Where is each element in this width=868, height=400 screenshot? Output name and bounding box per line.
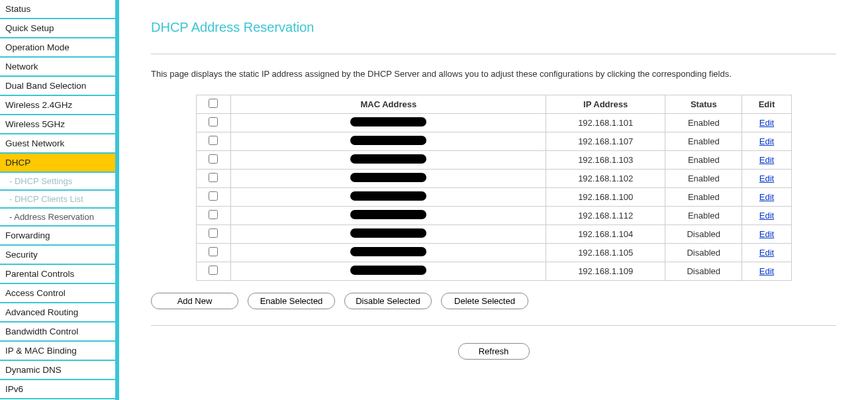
ip-cell: 192.168.1.102 [546,170,665,188]
table-row: 192.168.1.102EnabledEdit [196,170,791,188]
ip-cell: 192.168.1.109 [546,262,665,281]
sidebar-sub-item[interactable]: - DHCP Settings [0,173,115,191]
sidebar-item[interactable]: Security [0,246,115,265]
status-cell: Disabled [665,225,742,244]
table-row: 192.168.1.104DisabledEdit [196,225,791,244]
title-separator [151,54,836,54]
enable-selected-button[interactable]: Enable Selected [248,293,335,309]
status-cell: Enabled [665,114,742,132]
mac-redacted [350,210,426,219]
page-title: DHCP Address Reservation [151,20,836,35]
bottom-separator [151,325,836,326]
sidebar-item[interactable]: Operation Mode [0,38,115,58]
edit-link[interactable]: Edit [759,174,774,183]
table-row: 192.168.1.103EnabledEdit [196,151,791,170]
reservation-tbody: 192.168.1.101EnabledEdit192.168.1.107Ena… [196,114,791,281]
edit-link[interactable]: Edit [759,211,774,221]
mac-redacted [350,266,426,275]
row-checkbox[interactable] [209,191,218,201]
sidebar-item[interactable]: IP & MAC Binding [0,342,115,361]
edit-link[interactable]: Edit [759,248,774,258]
edit-link[interactable]: Edit [759,266,774,276]
row-checkbox[interactable] [209,173,218,182]
ip-header: IP Address [546,95,665,114]
ip-cell: 192.168.1.107 [546,132,665,151]
status-cell: Enabled [665,151,742,170]
mac-redacted [350,247,426,256]
ip-cell: 192.168.1.100 [546,188,665,207]
sidebar: StatusQuick SetupOperation ModeNetworkDu… [0,0,119,400]
sidebar-sub-item[interactable]: - Address Reservation [0,209,115,226]
main-content: DHCP Address Reservation This page displ… [119,0,868,400]
mac-redacted [350,191,426,201]
sidebar-item[interactable]: Access Control [0,284,115,303]
sidebar-sub-item[interactable]: - DHCP Clients List [0,191,115,209]
mac-redacted [350,117,426,126]
mac-header: MAC Address [231,95,546,114]
edit-link[interactable]: Edit [759,192,774,202]
edit-link[interactable]: Edit [759,136,774,146]
mac-redacted [350,173,426,182]
sidebar-item[interactable]: Bandwidth Control [0,323,115,342]
status-cell: Enabled [665,188,742,207]
table-row: 192.168.1.107EnabledEdit [196,132,791,151]
edit-header: Edit [742,95,791,114]
disable-selected-button[interactable]: Disable Selected [344,293,432,309]
sidebar-item[interactable]: Quick Setup [0,19,115,38]
edit-link[interactable]: Edit [759,118,774,128]
action-button-row: Add New Enable Selected Disable Selected… [151,293,836,309]
sidebar-item[interactable]: Wireless 5GHz [0,115,115,134]
sidebar-item[interactable]: Advanced Routing [0,303,115,323]
select-all-header[interactable] [196,95,231,114]
status-cell: Enabled [665,132,742,151]
sidebar-item[interactable]: IPv6 [0,380,115,399]
row-checkbox[interactable] [209,154,218,164]
ip-cell: 192.168.1.103 [546,151,665,170]
status-cell: Enabled [665,207,742,225]
row-checkbox[interactable] [209,117,218,126]
sidebar-item[interactable]: Dual Band Selection [0,77,115,96]
sidebar-item[interactable]: Wireless 2.4GHz [0,96,115,115]
sidebar-item[interactable]: Dynamic DNS [0,361,115,380]
sidebar-item[interactable]: Forwarding [0,226,115,246]
table-row: 192.168.1.100EnabledEdit [196,188,791,207]
mac-redacted [350,154,426,164]
row-checkbox[interactable] [209,136,218,145]
sidebar-item[interactable]: Network [0,58,115,77]
edit-link[interactable]: Edit [759,155,774,165]
table-row: 192.168.1.101EnabledEdit [196,114,791,132]
sidebar-item[interactable]: Guest Network [0,134,115,154]
row-checkbox[interactable] [209,247,218,256]
row-checkbox[interactable] [209,228,218,238]
mac-redacted [350,228,426,238]
ip-cell: 192.168.1.112 [546,207,665,225]
delete-selected-button[interactable]: Delete Selected [441,293,528,309]
status-header: Status [665,95,742,114]
edit-link[interactable]: Edit [759,229,774,239]
ip-cell: 192.168.1.104 [546,225,665,244]
status-cell: Disabled [665,244,742,262]
add-new-button[interactable]: Add New [151,293,238,309]
reservation-table: MAC Address IP Address Status Edit 192.1… [196,95,792,281]
mac-redacted [350,136,426,145]
table-row: 192.168.1.105DisabledEdit [196,244,791,262]
sidebar-item[interactable]: Parental Controls [0,265,115,284]
row-checkbox[interactable] [209,210,218,219]
page-description: This page displays the static IP address… [151,69,836,79]
sidebar-item[interactable]: Status [0,0,115,19]
row-checkbox[interactable] [209,266,218,275]
table-row: 192.168.1.109DisabledEdit [196,262,791,281]
ip-cell: 192.168.1.101 [546,114,665,132]
select-all-checkbox[interactable] [209,99,218,108]
ip-cell: 192.168.1.105 [546,244,665,262]
status-cell: Enabled [665,170,742,188]
status-cell: Disabled [665,262,742,281]
refresh-button[interactable]: Refresh [458,343,530,360]
table-row: 192.168.1.112EnabledEdit [196,207,791,225]
sidebar-item[interactable]: DHCP [0,154,115,173]
